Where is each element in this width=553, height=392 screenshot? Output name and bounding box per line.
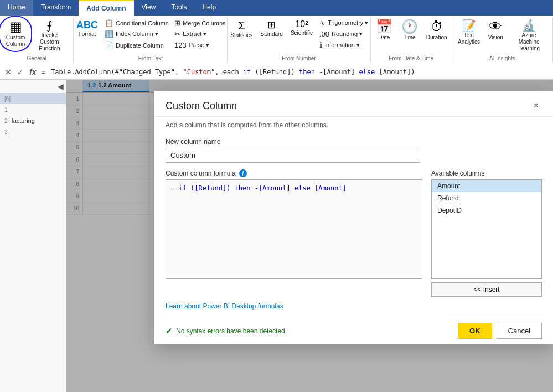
sidebar-num-2: 2 <box>4 118 8 124</box>
main-area: ◀ [6] 1 2 facturing 3 1.2 1.2 Amount 123… <box>0 80 553 392</box>
azure-ml-button[interactable]: 🔬 Azure MachineLearning <box>509 18 549 54</box>
modal-title: Custom Column <box>166 100 237 112</box>
text-analytics-icon: 📝 <box>462 20 476 31</box>
extract-icon: ✂ <box>174 30 180 38</box>
custom-col-icon: ▦ <box>9 20 22 33</box>
extract-button[interactable]: ✂ Extract ▾ <box>172 29 228 39</box>
available-cols-label: Available columns <box>431 169 542 177</box>
standard-icon: ⊞ <box>267 20 276 30</box>
duplicate-column-button[interactable]: 📄 Duplicate Column <box>102 40 171 50</box>
custom-column-button[interactable]: ▦ CustomColumn <box>3 18 28 50</box>
ribbon-content: ▦ CustomColumn ⨍ Invoke CustomFunction G… <box>0 16 553 65</box>
left-sidebar: ◀ [6] 1 2 facturing 3 <box>0 80 66 392</box>
modal-close-button[interactable]: × <box>530 100 542 112</box>
information-label: Information ▾ <box>324 42 360 49</box>
from-text-small-buttons2: ⊞ Merge Columns ✂ Extract ▾ 123 Parse ▾ <box>172 18 228 50</box>
ribbon-group-from-number: Σ Statistics ⊞ Standard 10² Scientific ∿… <box>228 17 370 64</box>
col-name-input[interactable] <box>166 148 420 163</box>
tab-tools[interactable]: Tools <box>163 0 194 16</box>
from-number-buttons: Σ Statistics ⊞ Standard 10² Scientific ∿… <box>227 18 370 54</box>
standard-label: Standard <box>260 31 283 38</box>
tab-home[interactable]: Home <box>0 0 33 16</box>
date-label: Date <box>378 34 390 41</box>
general-group-label: General <box>27 55 46 63</box>
statistics-button[interactable]: Σ Statistics <box>227 18 256 49</box>
formula-editor[interactable]: = if ([Refund]) then -[Amount] else [Amo… <box>166 179 422 279</box>
ai-buttons: 📝 TextAnalytics 👁 Vision 🔬 Azure Machine… <box>456 18 549 54</box>
format-button[interactable]: ABC Format <box>73 18 101 49</box>
index-icon: 🔢 <box>105 30 113 38</box>
conditional-column-button[interactable]: 📋 Conditional Column <box>102 18 171 28</box>
available-col-item[interactable]: Amount <box>432 180 541 192</box>
insert-button[interactable]: << Insert <box>431 282 542 297</box>
azure-ml-icon: 🔬 <box>522 20 536 31</box>
trigonometry-button[interactable]: ∿ Trigonometry ▾ <box>317 18 370 28</box>
rounding-button[interactable]: .00 Rounding ▾ <box>317 29 370 39</box>
tab-help[interactable]: Help <box>194 0 224 16</box>
tab-view[interactable]: View <box>134 0 164 16</box>
sidebar-item-3[interactable]: 3 <box>0 126 66 137</box>
ok-button[interactable]: OK <box>458 323 492 339</box>
modal-body: New column name Custom column formula i … <box>154 131 553 317</box>
sidebar-item-1[interactable]: 1 <box>0 104 66 115</box>
scientific-icon: 10² <box>295 20 308 29</box>
ribbon-group-from-date: 📅 Date 🕐 Time ⏱ Duration From Date & Tim… <box>371 17 452 64</box>
text-analytics-button[interactable]: 📝 TextAnalytics <box>456 18 482 49</box>
tab-add-column[interactable]: Add Column <box>79 0 133 16</box>
formula-text: Table.AddColumn(#"Changed Type", "Custom… <box>49 67 550 77</box>
duration-icon: ⏱ <box>430 20 443 33</box>
vision-icon: 👁 <box>489 20 502 33</box>
status-text: No syntax errors have been detected. <box>176 327 287 335</box>
sidebar-collapse-button[interactable]: ◀ <box>0 80 66 93</box>
from-number-group-label: From Number <box>282 55 316 63</box>
learn-more-link[interactable]: Learn about Power BI Desktop formulas <box>166 302 283 310</box>
azure-ml-label: Azure MachineLearning <box>512 32 546 52</box>
index-column-button[interactable]: 🔢 Index Column ▾ <box>102 29 171 39</box>
rounding-label: Rounding ▾ <box>332 30 363 38</box>
duplicate-label: Duplicate Column <box>116 42 164 49</box>
trig-icon: ∿ <box>319 19 325 27</box>
merge-icon: ⊞ <box>174 19 180 27</box>
available-col-item[interactable]: DepotID <box>432 204 541 216</box>
format-icon: ABC <box>76 20 98 30</box>
check-icon: ✔ <box>166 326 173 336</box>
from-text-buttons: ABC Format 📋 Conditional Column 🔢 Index … <box>73 18 228 54</box>
invoke-custom-function-button[interactable]: ⨍ Invoke CustomFunction <box>29 18 70 54</box>
standard-button[interactable]: ⊞ Standard <box>257 18 286 49</box>
scientific-button[interactable]: 10² Scientific <box>287 18 316 49</box>
modal-header: Custom Column × <box>154 91 553 117</box>
extract-label: Extract ▾ <box>183 30 206 38</box>
modal-overlay: Custom Column × Add a column that is com… <box>66 80 553 392</box>
formula-equals: = <box>41 68 45 76</box>
data-grid: 1.2 1.2 Amount 12345678910 Custom Column… <box>66 80 553 392</box>
ribbon-tabs: Home Transform Add Column View Tools Hel… <box>0 0 553 16</box>
date-button[interactable]: 📅 Date <box>372 18 396 49</box>
from-text-group-label: From Text <box>138 55 163 63</box>
information-button[interactable]: ℹ Information ▾ <box>317 40 370 50</box>
formula-fx-icon[interactable]: fx <box>28 66 38 78</box>
custom-col-label: CustomColumn <box>6 34 25 48</box>
sidebar-item-2[interactable]: 2 facturing <box>0 115 66 126</box>
formula-confirm-icon[interactable]: ✓ <box>15 66 25 78</box>
available-col-item[interactable]: Refund <box>432 192 541 204</box>
parse-label: Parse ▾ <box>189 42 210 49</box>
duplicate-icon: 📄 <box>105 41 113 49</box>
sidebar-item-6[interactable]: [6] <box>0 93 66 104</box>
duration-button[interactable]: ⏱ Duration <box>423 18 451 49</box>
statistics-icon: Σ <box>238 20 245 31</box>
parse-button[interactable]: 123 Parse ▾ <box>172 40 228 50</box>
time-button[interactable]: 🕐 Time <box>397 18 422 49</box>
formula-icons: ✕ ✓ fx <box>3 66 38 78</box>
vision-button[interactable]: 👁 Vision <box>483 18 508 49</box>
cancel-button[interactable]: Cancel <box>497 323 542 339</box>
formula-cancel-icon[interactable]: ✕ <box>3 66 13 78</box>
formula-info-icon[interactable]: i <box>239 169 247 177</box>
from-date-buttons: 📅 Date 🕐 Time ⏱ Duration <box>372 18 451 54</box>
from-number-small: ∿ Trigonometry ▾ .00 Rounding ▾ ℹ Inform… <box>317 18 370 50</box>
trig-label: Trigonometry ▾ <box>328 19 368 27</box>
merge-columns-button[interactable]: ⊞ Merge Columns <box>172 18 228 28</box>
formula-area-label: Custom column formula i <box>166 169 422 177</box>
tab-transform[interactable]: Transform <box>33 0 79 16</box>
ribbon-group-ai: 📝 TextAnalytics 👁 Vision 🔬 Azure Machine… <box>452 17 553 64</box>
sidebar-num-6: [6] <box>4 96 11 102</box>
